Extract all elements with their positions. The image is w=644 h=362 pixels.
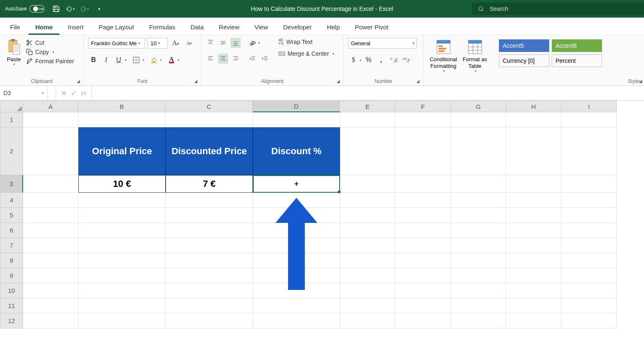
- cell-D2[interactable]: Discount %: [253, 127, 340, 175]
- cell-C10[interactable]: [166, 283, 253, 298]
- cell-E4[interactable]: [340, 193, 395, 208]
- tab-view[interactable]: View: [248, 19, 275, 35]
- cell-B5[interactable]: [78, 208, 166, 223]
- tab-insert[interactable]: Insert: [61, 19, 91, 35]
- cell-H5[interactable]: [506, 208, 561, 223]
- conditional-formatting-button[interactable]: Conditional Formatting ▾: [428, 38, 459, 85]
- column-header-C[interactable]: C: [166, 101, 253, 112]
- accounting-format-button[interactable]: $: [348, 54, 359, 65]
- row-header-3[interactable]: 3: [0, 175, 23, 193]
- tab-data[interactable]: Data: [184, 19, 210, 35]
- cell-G2[interactable]: [451, 127, 506, 175]
- align-middle-button[interactable]: [218, 38, 228, 48]
- dialog-launcher-icon[interactable]: ◢: [639, 79, 644, 84]
- qat-customize-icon[interactable]: ▾: [95, 5, 103, 13]
- cell-E11[interactable]: [340, 298, 395, 313]
- cell-style-accent6[interactable]: Accent6: [552, 39, 602, 52]
- cell-H3[interactable]: [506, 175, 561, 193]
- cell-A11[interactable]: [23, 298, 78, 313]
- autosave-toggle[interactable]: AutoSave Off: [0, 5, 44, 13]
- cut-button[interactable]: Cut: [26, 39, 74, 46]
- cell-F7[interactable]: [395, 238, 451, 253]
- cell-H10[interactable]: [506, 283, 561, 298]
- column-header-E[interactable]: E: [340, 101, 395, 112]
- tab-help[interactable]: Help: [320, 19, 347, 35]
- cell-C5[interactable]: [166, 208, 253, 223]
- cell-A12[interactable]: [23, 313, 78, 328]
- cell-G1[interactable]: [451, 112, 506, 127]
- cell-G12[interactable]: [451, 313, 506, 328]
- cell-B11[interactable]: [78, 298, 166, 313]
- cell-C6[interactable]: [166, 223, 253, 238]
- save-icon[interactable]: [52, 5, 60, 13]
- cell-A2[interactable]: [23, 127, 78, 175]
- cell-I2[interactable]: [561, 127, 617, 175]
- cell-F5[interactable]: [395, 208, 451, 223]
- cell-D1[interactable]: [253, 112, 340, 127]
- cell-I8[interactable]: [561, 253, 617, 268]
- cell-F9[interactable]: [395, 268, 451, 283]
- enter-formula-button[interactable]: ✓: [71, 89, 76, 97]
- dialog-launcher-icon[interactable]: ◢: [77, 79, 82, 84]
- copy-button[interactable]: Copy ▾: [26, 49, 74, 55]
- tab-developer[interactable]: Developer: [276, 19, 318, 35]
- cell-C12[interactable]: [166, 313, 253, 328]
- cell-F12[interactable]: [395, 313, 451, 328]
- cell-E10[interactable]: [340, 283, 395, 298]
- column-header-G[interactable]: G: [451, 101, 506, 112]
- row-header-4[interactable]: 4: [0, 193, 23, 208]
- cell-A1[interactable]: [23, 112, 78, 127]
- search-input[interactable]: Search: [472, 3, 644, 15]
- cell-C4[interactable]: [166, 193, 253, 208]
- row-header-8[interactable]: 8: [0, 253, 23, 268]
- cell-G7[interactable]: [451, 238, 506, 253]
- cell-style-percent[interactable]: Percent: [552, 54, 602, 67]
- cell-H8[interactable]: [506, 253, 561, 268]
- cell-H2[interactable]: [506, 127, 561, 175]
- column-header-A[interactable]: A: [23, 101, 78, 112]
- format-painter-button[interactable]: Format Painter: [26, 58, 74, 65]
- cancel-formula-button[interactable]: ✕: [61, 89, 67, 97]
- cell-E5[interactable]: [340, 208, 395, 223]
- cell-E9[interactable]: [340, 268, 395, 283]
- cell-I3[interactable]: [561, 175, 617, 193]
- insert-function-button[interactable]: ƒx: [80, 90, 86, 96]
- tab-page-layout[interactable]: Page Layout: [92, 19, 140, 35]
- underline-button[interactable]: U: [113, 54, 124, 65]
- cell-B6[interactable]: [78, 223, 166, 238]
- cell-A5[interactable]: [23, 208, 78, 223]
- cell-B9[interactable]: [78, 268, 166, 283]
- cell-C8[interactable]: [166, 253, 253, 268]
- chevron-down-icon[interactable]: ▾: [360, 58, 361, 62]
- cell-B1[interactable]: [78, 112, 166, 127]
- row-header-5[interactable]: 5: [0, 208, 23, 223]
- row-header-1[interactable]: 1: [0, 112, 23, 127]
- number-format-combo[interactable]: General ▾: [348, 38, 417, 49]
- tab-file[interactable]: File: [3, 19, 27, 35]
- cell-F11[interactable]: [395, 298, 451, 313]
- name-box[interactable]: D3 ▾: [0, 86, 48, 100]
- cell-G4[interactable]: [451, 193, 506, 208]
- cell-E8[interactable]: [340, 253, 395, 268]
- align-top-button[interactable]: [205, 38, 216, 48]
- cell-C7[interactable]: [166, 238, 253, 253]
- cell-I7[interactable]: [561, 238, 617, 253]
- cell-I5[interactable]: [561, 208, 617, 223]
- cell-E3[interactable]: [340, 175, 395, 193]
- row-header-11[interactable]: 11: [0, 298, 23, 313]
- align-right-button[interactable]: [231, 54, 241, 64]
- cell-F2[interactable]: [395, 127, 451, 175]
- cell-A8[interactable]: [23, 253, 78, 268]
- cell-A7[interactable]: [23, 238, 78, 253]
- row-header-2[interactable]: 2: [0, 127, 23, 175]
- cell-B3[interactable]: 10 €: [78, 175, 166, 193]
- cell-F6[interactable]: [395, 223, 451, 238]
- chevron-down-icon[interactable]: ▾: [160, 58, 162, 62]
- cell-A9[interactable]: [23, 268, 78, 283]
- column-header-B[interactable]: B: [78, 101, 166, 112]
- formula-input[interactable]: [92, 86, 644, 100]
- column-header-D[interactable]: D: [253, 101, 340, 112]
- cell-I1[interactable]: [561, 112, 617, 127]
- dialog-launcher-icon[interactable]: ◢: [194, 79, 199, 84]
- increase-font-button[interactable]: A▴: [170, 38, 181, 49]
